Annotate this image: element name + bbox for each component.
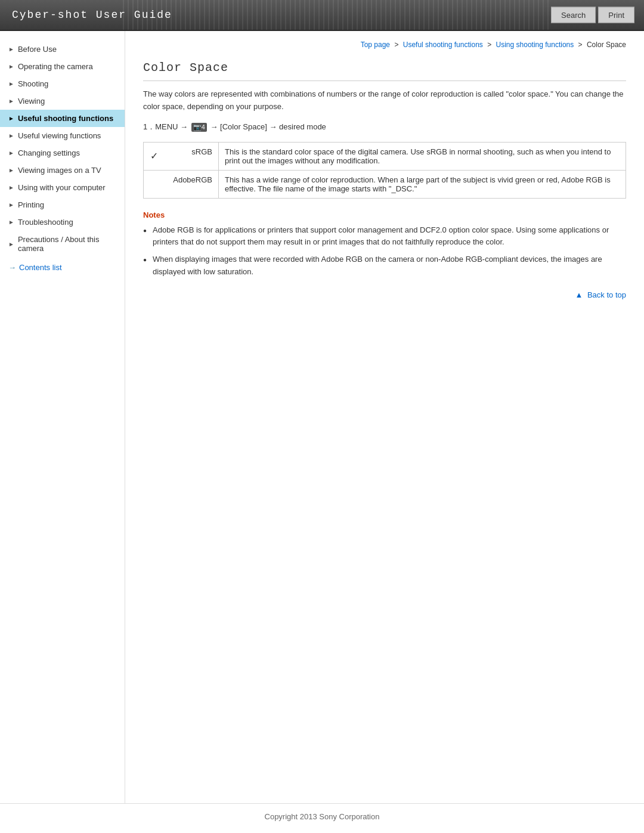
- sidebar-item-label: Viewing: [18, 97, 45, 106]
- sidebar-item-label: Troubleshooting: [18, 218, 73, 227]
- table-row-adobergb: AdobeRGB This has a wide range of color …: [144, 170, 626, 198]
- sidebar-arrow: ►: [8, 241, 14, 247]
- sidebar-item-label: Printing: [18, 200, 44, 209]
- table-row-srgb: ✓ sRGB This is the standard color space …: [144, 142, 626, 170]
- copyright: Copyright 2013 Sony Corporation: [265, 812, 380, 821]
- header-title: Cyber-shot User Guide: [0, 9, 184, 21]
- sidebar-arrow: ►: [8, 202, 14, 208]
- camera-icon: 📷4: [191, 123, 207, 132]
- sidebar-item-troubleshooting[interactable]: ►Troubleshooting: [0, 213, 125, 231]
- sidebar-item-label: Using with your computer: [18, 183, 106, 192]
- print-button[interactable]: Print: [598, 7, 634, 23]
- instruction: 1．MENU → 📷4 → [Color Space] → desired mo…: [143, 122, 626, 132]
- sidebar-arrow: ►: [8, 150, 14, 156]
- adobergb-description: This has a wide range of color reproduct…: [219, 170, 626, 198]
- search-button[interactable]: Search: [551, 7, 596, 23]
- sidebar-item-before-use[interactable]: ►Before Use: [0, 41, 125, 58]
- sidebar-item-useful-shooting-functions[interactable]: ►Useful shooting functions: [0, 110, 125, 127]
- adobergb-name: AdobeRGB: [165, 170, 219, 198]
- sidebar-item-printing[interactable]: ►Printing: [0, 196, 125, 213]
- sidebar-item-precautions--about-this-camera[interactable]: ►Precautions / About this camera: [0, 231, 125, 257]
- breadcrumb-top[interactable]: Top page: [361, 41, 390, 49]
- contents-list-label: Contents list: [19, 263, 62, 272]
- sidebar-item-label: Viewing images on a TV: [18, 166, 101, 175]
- breadcrumb-sep-2: >: [487, 41, 493, 49]
- note-item: Adobe RGB is for applications or printer…: [143, 224, 626, 249]
- srgb-name: sRGB: [165, 142, 219, 170]
- sidebar-arrow: ►: [8, 167, 14, 174]
- layout: ►Before Use►Operating the camera►Shootin…: [0, 31, 644, 803]
- srgb-check-icon: ✓: [144, 142, 165, 170]
- header-actions: Search Print: [551, 7, 634, 23]
- back-to-top-label: Back to top: [587, 290, 626, 299]
- sidebar-arrow: ►: [8, 98, 14, 104]
- sidebar-item-shooting[interactable]: ►Shooting: [0, 75, 125, 92]
- notes-section: Notes Adobe RGB is for applications or p…: [143, 210, 626, 278]
- breadcrumb-using-shooting[interactable]: Using shooting functions: [496, 41, 574, 49]
- header: Cyber-shot User Guide Search Print: [0, 0, 644, 31]
- sidebar: ►Before Use►Operating the camera►Shootin…: [0, 31, 125, 803]
- sidebar-arrow: ►: [8, 46, 14, 52]
- footer: Copyright 2013 Sony Corporation: [0, 803, 644, 829]
- sidebar-item-label: Precautions / About this camera: [18, 235, 116, 253]
- sidebar-arrow: ►: [8, 184, 14, 191]
- sidebar-arrow: ►: [8, 219, 14, 225]
- arrow-right-icon: →: [8, 263, 16, 272]
- sidebar-item-using-with-your-computer[interactable]: ►Using with your computer: [0, 179, 125, 196]
- sidebar-item-label: Changing settings: [18, 148, 80, 157]
- sidebar-item-label: Useful shooting functions: [18, 114, 113, 123]
- contents-list-link[interactable]: →Contents list: [0, 257, 125, 274]
- breadcrumb-useful-shooting[interactable]: Useful shooting functions: [403, 41, 483, 49]
- breadcrumb: Top page > Useful shooting functions > U…: [143, 41, 626, 49]
- adobergb-check-icon: [144, 170, 165, 198]
- back-to-top-link[interactable]: ▲ Back to top: [143, 290, 626, 299]
- sidebar-item-viewing-images-on-a-tv[interactable]: ►Viewing images on a TV: [0, 162, 125, 179]
- triangle-up-icon: ▲: [575, 290, 583, 299]
- srgb-description: This is the standard color space of the …: [219, 142, 626, 170]
- sidebar-item-changing-settings[interactable]: ►Changing settings: [0, 144, 125, 162]
- sidebar-item-label: Operating the camera: [18, 62, 93, 71]
- color-space-table: ✓ sRGB This is the standard color space …: [143, 142, 626, 199]
- notes-title: Notes: [143, 210, 626, 219]
- breadcrumb-sep-1: >: [394, 41, 400, 49]
- breadcrumb-current: Color Space: [587, 41, 626, 49]
- main-content: Top page > Useful shooting functions > U…: [125, 31, 644, 803]
- sidebar-item-operating-the-camera[interactable]: ►Operating the camera: [0, 58, 125, 75]
- sidebar-item-label: Useful viewing functions: [18, 131, 101, 140]
- breadcrumb-sep-3: >: [578, 41, 584, 49]
- page-title: Color Space: [143, 61, 626, 81]
- sidebar-arrow: ►: [8, 80, 14, 87]
- sidebar-arrow: ►: [8, 63, 14, 70]
- sidebar-item-useful-viewing-functions[interactable]: ►Useful viewing functions: [0, 127, 125, 144]
- page-number: 126: [0, 829, 644, 833]
- description: The way colors are represented with comb…: [143, 88, 626, 113]
- notes-list: Adobe RGB is for applications or printer…: [143, 224, 626, 278]
- sidebar-item-label: Before Use: [18, 45, 57, 54]
- note-item: When displaying images that were recorde…: [143, 253, 626, 278]
- sidebar-item-label: Shooting: [18, 79, 48, 88]
- sidebar-arrow: ►: [8, 115, 14, 122]
- sidebar-arrow: ►: [8, 132, 14, 139]
- sidebar-item-viewing[interactable]: ►Viewing: [0, 92, 125, 110]
